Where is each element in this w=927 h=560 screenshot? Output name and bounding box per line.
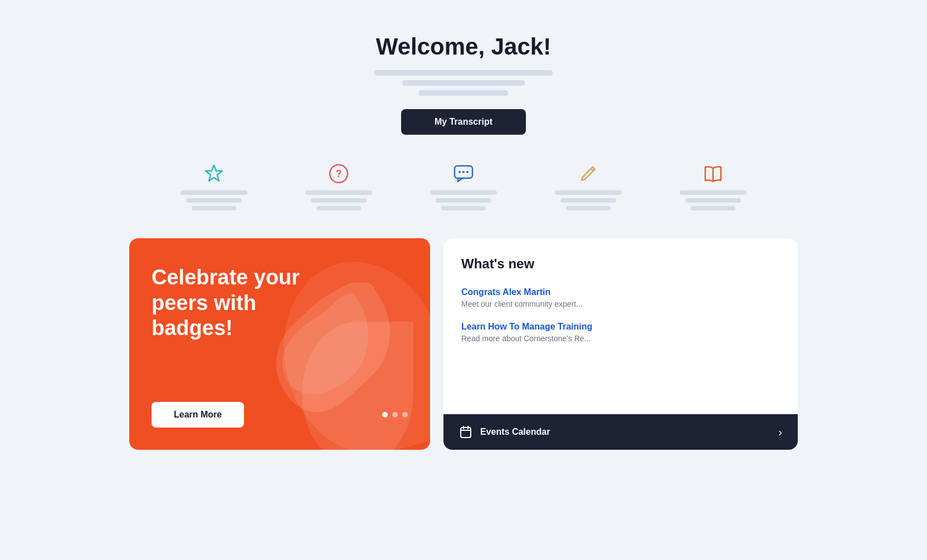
pencil-skeleton [555, 190, 622, 210]
right-panel: What's new Congrats Alex Martin Meet our… [443, 238, 798, 450]
svg-point-4 [458, 171, 461, 173]
icon-item-question[interactable]: ? [276, 163, 401, 210]
svg-point-6 [466, 171, 469, 173]
skeleton-line-1 [374, 70, 553, 76]
chat-icon [452, 163, 475, 185]
whats-new-section: What's new Congrats Alex Martin Meet our… [443, 238, 798, 414]
icon-item-chat[interactable] [401, 163, 526, 210]
svg-rect-7 [461, 428, 471, 438]
welcome-title: Welcome, Jack! [376, 33, 551, 60]
icon-item-star[interactable] [152, 163, 276, 210]
question-skeleton [305, 190, 372, 210]
events-calendar-bar[interactable]: Events Calendar › [443, 414, 798, 450]
calendar-icon [459, 425, 472, 439]
svg-marker-0 [206, 165, 222, 181]
star-icon [203, 163, 225, 185]
events-calendar-left: Events Calendar [459, 425, 550, 439]
book-icon [702, 163, 724, 185]
page-container: Welcome, Jack! My Transcript ? [129, 33, 798, 450]
news-item-1: Congrats Alex Martin Meet our client com… [461, 287, 780, 308]
svg-text:?: ? [336, 168, 342, 179]
pencil-icon [577, 163, 599, 185]
news-item-1-title[interactable]: Congrats Alex Martin [461, 287, 780, 297]
news-item-1-desc: Meet our client community expert... [461, 299, 780, 308]
events-calendar-label: Events Calendar [480, 427, 550, 437]
question-icon: ? [328, 163, 350, 185]
book-skeleton [680, 190, 747, 210]
icon-item-pencil[interactable] [526, 163, 651, 210]
chat-skeleton [430, 190, 497, 210]
skeleton-lines [374, 70, 553, 96]
transcript-button[interactable]: My Transcript [401, 109, 526, 135]
chevron-right-icon: › [778, 426, 782, 439]
svg-point-5 [462, 171, 465, 173]
star-skeleton [180, 190, 247, 210]
dot-1[interactable] [382, 412, 388, 417]
skeleton-line-3 [419, 90, 508, 96]
learn-more-button[interactable]: Learn More [152, 402, 244, 428]
whats-new-title: What's new [461, 256, 780, 272]
promo-card: Celebrate your peers with badges! Learn … [129, 238, 430, 450]
news-item-2-desc: Read more about Cornerstone's Re... [461, 334, 780, 343]
promo-footer: Learn More [152, 402, 408, 428]
news-item-2: Learn How To Manage Training Read more a… [461, 322, 780, 343]
promo-title: Celebrate your peers with badges! [152, 265, 330, 341]
main-content: Celebrate your peers with badges! Learn … [129, 238, 798, 450]
skeleton-line-2 [402, 80, 525, 86]
dot-3[interactable] [402, 412, 408, 417]
icons-row: ? [129, 163, 798, 210]
news-item-2-title[interactable]: Learn How To Manage Training [461, 322, 780, 332]
icon-item-book[interactable] [651, 163, 775, 210]
dot-2[interactable] [392, 412, 398, 417]
carousel-dots [382, 412, 408, 417]
